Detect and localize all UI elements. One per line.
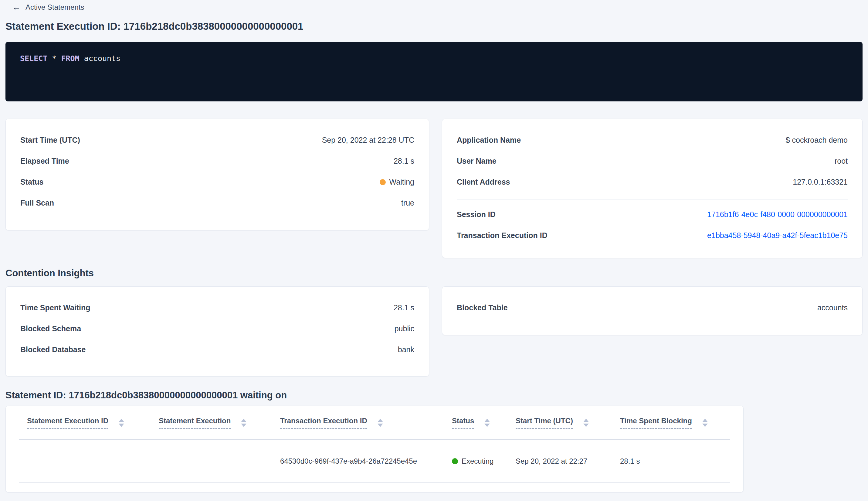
status-row: Status Waiting (20, 178, 414, 186)
breadcrumb-back-link[interactable]: ← Active Statements (6, 0, 84, 12)
row-label: Status (20, 178, 43, 186)
breadcrumb-label: Active Statements (25, 3, 84, 12)
contention-insights-heading: Contention Insights (6, 268, 862, 279)
full-scan-row: Full Scan true (20, 199, 414, 207)
column-header-statement-execution[interactable]: Statement Execution (159, 417, 280, 429)
row-label: Transaction Execution ID (457, 231, 547, 239)
blocked-table-card: Blocked Table accounts (442, 286, 862, 335)
time-spent-waiting-row: Time Spent Waiting 28.1 s (20, 303, 414, 312)
cell-transaction-execution-id: 64530d0c-969f-437e-a9b4-26a72245e45e (280, 457, 452, 466)
row-label: Session ID (457, 211, 496, 218)
column-label: Transaction Execution ID (280, 417, 367, 429)
waiting-status-dot-icon (380, 179, 386, 185)
session-details-card: Application Name $ cockroach demo User N… (442, 119, 862, 258)
cell-start-time: Sep 20, 2022 at 22:27 (516, 457, 620, 466)
waiting-on-heading: Statement ID: 1716b218dc0b38380000000000… (6, 390, 862, 401)
row-label: Blocked Schema (20, 324, 81, 333)
row-value: true (401, 199, 414, 207)
statement-execution-page: ← Active Statements Statement Execution … (0, 0, 868, 492)
status-text: Executing (462, 457, 493, 466)
row-label: User Name (457, 157, 497, 165)
status-value: Waiting (380, 178, 414, 186)
sort-icon[interactable] (241, 419, 247, 427)
column-label: Time Spent Blocking (620, 417, 692, 429)
row-label: Time Spent Waiting (20, 303, 90, 312)
user-name-row: User Name root (457, 157, 848, 165)
cell-status: Executing (452, 457, 516, 466)
row-label: Client Address (457, 178, 510, 186)
row-label: Application Name (457, 136, 521, 144)
row-label: Blocked Database (20, 345, 86, 354)
column-header-transaction-execution-id[interactable]: Transaction Execution ID (280, 417, 452, 429)
summary-cards-row: Start Time (UTC) Sep 20, 2022 at 22:28 U… (6, 119, 862, 258)
blocked-table-row: Blocked Table accounts (457, 303, 848, 312)
column-header-start-time[interactable]: Start Time (UTC) (516, 417, 620, 429)
table-row: 64530d0c-969f-437e-a9b4-26a72245e45e Exe… (19, 440, 730, 483)
cell-time-spent-blocking: 28.1 s (620, 457, 729, 466)
sort-icon[interactable] (484, 419, 490, 427)
row-label: Start Time (UTC) (20, 136, 80, 144)
column-header-time-spent-blocking[interactable]: Time Spent Blocking (620, 417, 729, 429)
transaction-execution-id-link[interactable]: e1bba458-5948-40a9-a42f-5feac1b10e75 (707, 231, 848, 239)
row-label: Elapsed Time (20, 157, 69, 165)
row-value: 127.0.0.1:63321 (793, 178, 848, 186)
column-label: Start Time (UTC) (516, 417, 573, 429)
column-header-status[interactable]: Status (452, 417, 516, 429)
column-label: Statement Execution (159, 417, 231, 429)
row-value: root (835, 157, 848, 165)
blocked-schema-row: Blocked Schema public (20, 324, 414, 333)
blocked-database-row: Blocked Database bank (20, 345, 414, 354)
sort-icon[interactable] (378, 419, 383, 427)
status-text: Waiting (389, 178, 414, 186)
column-label: Status (452, 417, 474, 429)
column-label: Statement Execution ID (27, 417, 108, 429)
card-divider (457, 199, 848, 200)
row-value: Sep 20, 2022 at 22:28 UTC (322, 136, 414, 144)
sql-token: * (47, 54, 61, 63)
elapsed-time-row: Elapsed Time 28.1 s (20, 157, 414, 165)
row-value: 28.1 s (394, 303, 414, 312)
table-header-row: Statement Execution ID Statement Executi… (19, 406, 730, 440)
waiting-on-table: Statement Execution ID Statement Executi… (6, 406, 744, 492)
row-value: 28.1 s (394, 157, 414, 165)
row-value: accounts (817, 303, 848, 312)
session-id-link[interactable]: 1716b1f6-4e0c-f480-0000-000000000001 (707, 211, 848, 218)
sort-icon[interactable] (583, 419, 589, 427)
sql-keyword: FROM (61, 54, 79, 63)
sql-token: accounts (79, 54, 120, 63)
contention-details-card: Time Spent Waiting 28.1 s Blocked Schema… (6, 286, 429, 376)
sort-icon[interactable] (702, 419, 708, 427)
page-title: Statement Execution ID: 1716b218dc0b3838… (6, 21, 862, 32)
sql-statement-box: SELECT * FROM accounts (6, 42, 862, 102)
application-name-row: Application Name $ cockroach demo (457, 136, 848, 144)
executing-status-dot-icon (452, 458, 458, 464)
contention-cards-row: Time Spent Waiting 28.1 s Blocked Schema… (6, 286, 862, 376)
back-arrow-icon: ← (12, 3, 21, 12)
row-value: $ cockroach demo (786, 136, 848, 144)
transaction-execution-id-row: Transaction Execution ID e1bba458-5948-4… (457, 231, 848, 239)
column-header-statement-execution-id[interactable]: Statement Execution ID (27, 417, 159, 429)
execution-details-card: Start Time (UTC) Sep 20, 2022 at 22:28 U… (6, 119, 429, 231)
row-value: public (394, 324, 414, 333)
sql-keyword: SELECT (20, 54, 47, 63)
sort-icon[interactable] (119, 419, 124, 427)
row-value: bank (398, 345, 414, 354)
start-time-row: Start Time (UTC) Sep 20, 2022 at 22:28 U… (20, 136, 414, 144)
row-label: Full Scan (20, 199, 54, 207)
row-label: Blocked Table (457, 303, 508, 312)
client-address-row: Client Address 127.0.0.1:63321 (457, 178, 848, 186)
session-id-row: Session ID 1716b1f6-4e0c-f480-0000-00000… (457, 211, 848, 218)
